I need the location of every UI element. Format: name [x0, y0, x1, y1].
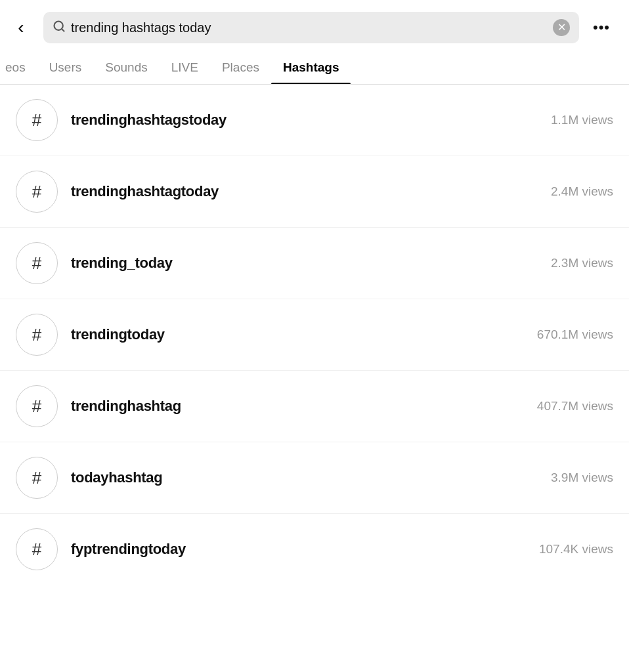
- hashtag-list-item[interactable]: # trending_today 2.3M views: [0, 228, 629, 299]
- hashtag-results-list: # trendinghashtagstoday 1.1M views # tre…: [0, 85, 629, 585]
- tab-sounds[interactable]: Sounds: [93, 52, 159, 84]
- hash-symbol-icon: #: [32, 110, 41, 131]
- hashtag-icon-circle: #: [16, 99, 58, 141]
- tab-hashtags[interactable]: Hashtags: [271, 52, 351, 84]
- hashtag-icon-circle: #: [16, 314, 58, 356]
- search-bar[interactable]: trending hashtags today ✕: [43, 12, 579, 43]
- hash-symbol-icon: #: [32, 253, 41, 274]
- clear-search-button[interactable]: ✕: [553, 19, 570, 36]
- more-options-button[interactable]: •••: [587, 13, 616, 42]
- hashtag-views-count: 3.9M views: [551, 471, 613, 485]
- clear-icon: ✕: [557, 22, 566, 33]
- hashtag-icon-circle: #: [16, 385, 58, 427]
- back-arrow-icon: ‹: [18, 17, 24, 38]
- hashtag-views-count: 2.4M views: [551, 184, 613, 199]
- hashtag-name-text: todayhashtag: [71, 469, 162, 486]
- hashtag-icon-circle: #: [16, 457, 58, 499]
- hashtag-icon-circle: #: [16, 242, 58, 284]
- hashtag-views-count: 1.1M views: [551, 113, 613, 127]
- hashtag-icon-circle: #: [16, 171, 58, 213]
- hash-symbol-icon: #: [32, 539, 41, 560]
- hash-symbol-icon: #: [32, 325, 41, 345]
- back-button[interactable]: ‹: [7, 13, 35, 42]
- hashtag-list-item[interactable]: # trendingtoday 670.1M views: [0, 299, 629, 371]
- svg-line-1: [62, 28, 64, 31]
- hashtag-name-text: trendingtoday: [71, 326, 165, 343]
- hashtag-name-text: trendinghashtag: [71, 398, 181, 415]
- search-query-text: trending hashtags today: [71, 20, 548, 35]
- hashtag-views-count: 670.1M views: [537, 327, 613, 342]
- hashtag-views-count: 407.7M views: [537, 399, 613, 413]
- hashtag-name-text: fyptrendingtoday: [71, 541, 186, 558]
- more-options-icon: •••: [593, 19, 610, 36]
- hashtag-views-count: 2.3M views: [551, 256, 613, 270]
- tab-live[interactable]: LIVE: [160, 52, 210, 84]
- hashtag-name-text: trendinghashtagstoday: [71, 112, 227, 129]
- hashtag-list-item[interactable]: # todayhashtag 3.9M views: [0, 442, 629, 514]
- hash-symbol-icon: #: [32, 468, 41, 488]
- tabs-bar: eos Users Sounds LIVE Places Hashtags: [0, 52, 629, 85]
- tab-users[interactable]: Users: [37, 52, 94, 84]
- hashtag-list-item[interactable]: # fyptrendingtoday 107.4K views: [0, 514, 629, 585]
- tab-videos[interactable]: eos: [0, 52, 37, 84]
- hash-symbol-icon: #: [32, 182, 41, 202]
- hashtag-list-item[interactable]: # trendinghashtagtoday 2.4M views: [0, 156, 629, 228]
- hashtag-icon-circle: #: [16, 528, 58, 570]
- hash-symbol-icon: #: [32, 396, 41, 417]
- header: ‹ trending hashtags today ✕ •••: [0, 0, 629, 52]
- hashtag-views-count: 107.4K views: [539, 542, 613, 556]
- tab-places[interactable]: Places: [210, 52, 271, 84]
- hashtag-list-item[interactable]: # trendinghashtagstoday 1.1M views: [0, 85, 629, 156]
- hashtag-name-text: trendinghashtagtoday: [71, 183, 219, 200]
- search-icon: [53, 20, 66, 36]
- hashtag-name-text: trending_today: [71, 255, 173, 272]
- hashtag-list-item[interactable]: # trendinghashtag 407.7M views: [0, 371, 629, 442]
